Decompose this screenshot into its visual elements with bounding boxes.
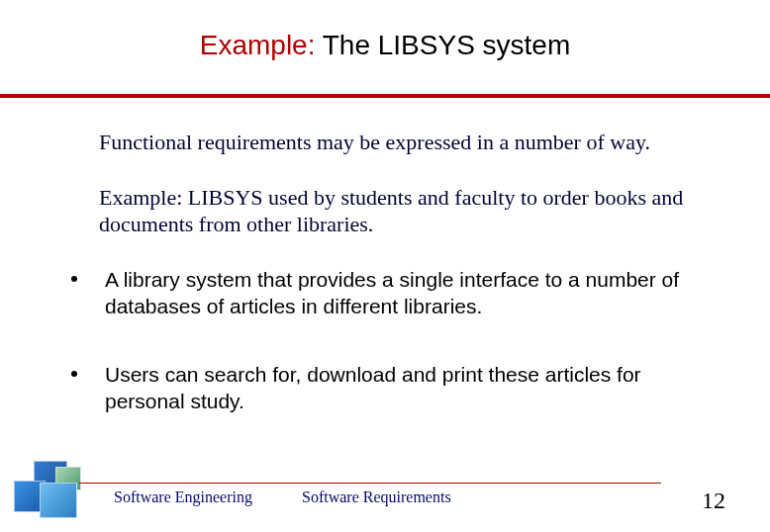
bullet-text: Users can search for, download and print… bbox=[105, 361, 711, 415]
intro-block: Functional requirements may be expressed… bbox=[99, 129, 711, 238]
list-item: Users can search for, download and print… bbox=[99, 361, 711, 415]
page-number: 12 bbox=[702, 488, 725, 514]
list-item: A library system that provides a single … bbox=[99, 266, 711, 320]
title-divider bbox=[0, 94, 770, 98]
intro-paragraph-2: Example: LIBSYS used by students and fac… bbox=[99, 184, 711, 238]
intro-paragraph-1: Functional requirements may be expressed… bbox=[99, 129, 711, 156]
bullet-icon bbox=[71, 276, 77, 282]
bullet-icon bbox=[71, 371, 77, 377]
slide-title: Example: The LIBSYS system bbox=[0, 30, 770, 61]
bullet-text: A library system that provides a single … bbox=[105, 266, 711, 320]
slide-body: Functional requirements may be expressed… bbox=[99, 129, 711, 457]
footer-divider bbox=[79, 483, 661, 484]
slide-footer: Software Engineering Software Requiremen… bbox=[0, 471, 770, 510]
footer-left: Software Engineering bbox=[114, 488, 252, 506]
bullet-list: A library system that provides a single … bbox=[99, 266, 711, 415]
title-accent: Example: bbox=[200, 30, 316, 60]
title-rest: The LIBSYS system bbox=[315, 30, 570, 60]
footer-center: Software Requirements bbox=[302, 488, 451, 506]
